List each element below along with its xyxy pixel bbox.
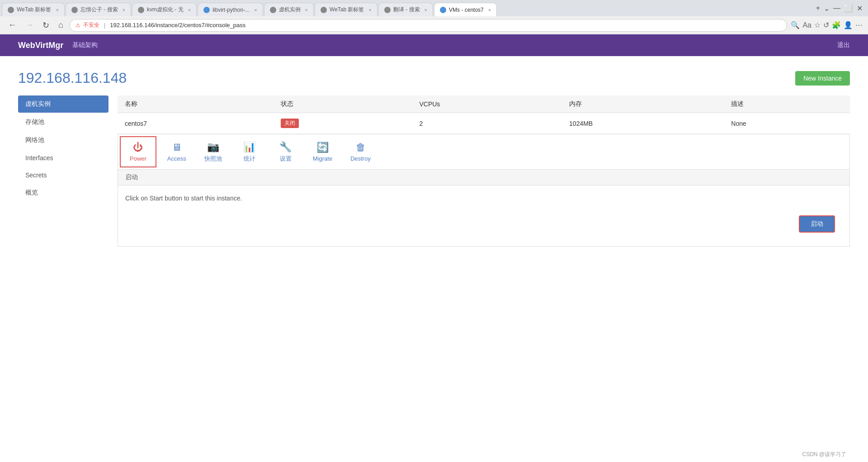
tab-favicon bbox=[71, 7, 78, 13]
start-button[interactable]: 启动 bbox=[799, 215, 835, 233]
minimize-button[interactable]: — bbox=[833, 4, 840, 12]
tab-label: 虚机实例 bbox=[279, 6, 301, 14]
page-header: 192.168.116.148 New Instance bbox=[18, 70, 850, 86]
top-nav: WebVirtMgr 基础架构 退出 bbox=[0, 34, 868, 56]
logout-button[interactable]: 退出 bbox=[837, 41, 850, 48]
cell-description: None bbox=[724, 113, 850, 134]
col-status: 状态 bbox=[274, 95, 412, 113]
settings-label: 设置 bbox=[280, 155, 292, 163]
address-actions: 🔍 Aa ☆ ↺ 🧩 👤 ⋯ bbox=[791, 21, 863, 29]
toolbar-power-button[interactable]: ⏻Power bbox=[120, 136, 156, 167]
maximize-button[interactable]: ⬜ bbox=[844, 4, 853, 13]
vm-table: 名称 状态 VCPUs 内存 描述 centos7关闭21024MBNone bbox=[118, 95, 850, 134]
sidebar-item-secrets[interactable]: Secrets bbox=[18, 167, 108, 183]
access-label: Access bbox=[167, 155, 186, 162]
tab-close-button[interactable]: × bbox=[369, 7, 372, 13]
extensions-button[interactable]: 🧩 bbox=[832, 21, 841, 29]
stats-label: 统计 bbox=[244, 155, 255, 163]
tab-close-button[interactable]: × bbox=[425, 7, 427, 13]
tab-3[interactable]: kvm虚拟化 - 无× bbox=[132, 3, 197, 16]
new-tab-button[interactable]: + bbox=[816, 4, 820, 12]
sidebar-item-vms[interactable]: 虚机实例 bbox=[18, 95, 108, 113]
action-toolbar: ⏻Power🖥Access📷快照池📊统计🔧设置🔄Migrate🗑Destroy bbox=[118, 134, 850, 170]
tab-label: WeTab 新标签 bbox=[17, 6, 51, 14]
tab-favicon bbox=[321, 7, 327, 13]
settings-icon: 🔧 bbox=[279, 141, 292, 153]
tab-7[interactable]: 翻译 - 搜索× bbox=[378, 3, 433, 16]
address-bar: ← → ↻ ⌂ ⚠ 不安全 | 192.168.116.146/instance… bbox=[0, 16, 868, 34]
nav-right: 退出 bbox=[837, 41, 850, 49]
status-badge: 关闭 bbox=[281, 119, 299, 128]
page-title: 192.168.116.148 bbox=[18, 70, 127, 86]
address-text: 192.168.116.146/instance/2/centos7/#cons… bbox=[110, 22, 245, 29]
toolbar-stats-button[interactable]: 📊统计 bbox=[231, 137, 268, 167]
sidebar-item-network[interactable]: 网络池 bbox=[18, 132, 108, 149]
search-browser-button[interactable]: 🔍 bbox=[791, 21, 800, 29]
content-layout: 虚机实例存储池网络池InterfacesSecrets概览 名称 状态 VCPU… bbox=[18, 95, 850, 247]
back-button[interactable]: ← bbox=[5, 19, 19, 31]
security-badge: ⚠ bbox=[75, 22, 80, 29]
nav-link-infrastructure[interactable]: 基础架构 bbox=[72, 41, 98, 49]
profile-button[interactable]: 👤 bbox=[844, 21, 853, 29]
table-row[interactable]: centos7关闭21024MBNone bbox=[118, 113, 850, 134]
sidebar-item-storage[interactable]: 存储池 bbox=[18, 114, 108, 131]
more-button[interactable]: ⋯ bbox=[855, 21, 863, 29]
home-button[interactable]: ⌂ bbox=[56, 19, 66, 31]
snapshot-label: 快照池 bbox=[204, 155, 222, 163]
address-input[interactable]: ⚠ 不安全 | 192.168.116.146/instance/2/cento… bbox=[70, 19, 788, 32]
tab-5[interactable]: 虚机实例× bbox=[264, 3, 314, 16]
cell-name: centos7 bbox=[118, 113, 274, 134]
sidebar-item-interfaces[interactable]: Interfaces bbox=[18, 150, 108, 166]
toolbar-access-button[interactable]: 🖥Access bbox=[158, 137, 195, 167]
main-panel: 名称 状态 VCPUs 内存 描述 centos7关闭21024MBNone ⏻… bbox=[118, 95, 850, 247]
access-icon: 🖥 bbox=[172, 142, 182, 153]
refresh-button[interactable]: ↻ bbox=[40, 19, 52, 31]
cell-status: 关闭 bbox=[274, 113, 412, 134]
bookmark-button[interactable]: ☆ bbox=[814, 21, 821, 29]
browser-chrome: WeTab 新标签×忘情公子 - 搜索×kvm虚拟化 - 无×libvirt-p… bbox=[0, 0, 868, 34]
tab-1[interactable]: WeTab 新标签× bbox=[2, 3, 65, 16]
tab-favicon bbox=[203, 7, 210, 13]
tab-label: kvm虚拟化 - 无 bbox=[147, 6, 184, 14]
tab-close-button[interactable]: × bbox=[305, 7, 308, 13]
tab-label: libvirt-python-... bbox=[212, 7, 250, 13]
sidebar-item-overview[interactable]: 概览 bbox=[18, 184, 108, 201]
tab-favicon bbox=[8, 7, 14, 13]
tab-close-button[interactable]: × bbox=[188, 7, 191, 13]
toolbar-destroy-button[interactable]: 🗑Destroy bbox=[341, 137, 380, 167]
tab-bar-actions: + ⌄ — ⬜ ✕ bbox=[816, 4, 866, 13]
cell-vcpus: 2 bbox=[412, 113, 562, 134]
col-memory: 内存 bbox=[562, 95, 724, 113]
col-name: 名称 bbox=[118, 95, 274, 113]
col-desc: 描述 bbox=[724, 95, 850, 113]
tab-8[interactable]: VMs - centos7× bbox=[434, 3, 497, 16]
tab-favicon bbox=[270, 7, 276, 13]
reader-mode-button[interactable]: Aa bbox=[802, 21, 811, 29]
panel-body: Click on Start button to start this inst… bbox=[118, 186, 849, 246]
tab-2[interactable]: 忘情公子 - 搜索× bbox=[66, 3, 131, 16]
refresh-addr-button[interactable]: ↺ bbox=[823, 21, 829, 29]
new-instance-button[interactable]: New Instance bbox=[795, 71, 850, 86]
tab-close-button[interactable]: × bbox=[488, 7, 491, 13]
tab-4[interactable]: libvirt-python-...× bbox=[198, 3, 263, 16]
tab-close-button[interactable]: × bbox=[56, 7, 58, 13]
toolbar-snapshot-button[interactable]: 📷快照池 bbox=[195, 137, 231, 167]
power-icon: ⏻ bbox=[133, 142, 143, 153]
close-window-button[interactable]: ✕ bbox=[857, 4, 863, 13]
snapshot-icon: 📷 bbox=[207, 141, 219, 153]
cell-memory: 1024MB bbox=[562, 113, 724, 134]
panel-section: 启动 Click on Start button to start this i… bbox=[118, 169, 850, 247]
panel-footer: 启动 bbox=[125, 211, 842, 237]
tab-list-button[interactable]: ⌄ bbox=[824, 4, 830, 13]
forward-button[interactable]: → bbox=[23, 19, 36, 31]
toolbar-settings-button[interactable]: 🔧设置 bbox=[268, 137, 304, 167]
tab-close-button[interactable]: × bbox=[123, 7, 125, 13]
toolbar-migrate-button[interactable]: 🔄Migrate bbox=[304, 137, 341, 167]
tab-6[interactable]: WeTab 新标签× bbox=[315, 3, 377, 16]
panel-header: 启动 bbox=[118, 170, 849, 186]
tab-bar: WeTab 新标签×忘情公子 - 搜索×kvm虚拟化 - 无×libvirt-p… bbox=[0, 0, 868, 16]
security-text: 不安全 bbox=[83, 21, 99, 29]
destroy-icon: 🗑 bbox=[356, 142, 366, 153]
app-title: WebVirtMgr bbox=[18, 41, 63, 50]
tab-close-button[interactable]: × bbox=[254, 7, 257, 13]
